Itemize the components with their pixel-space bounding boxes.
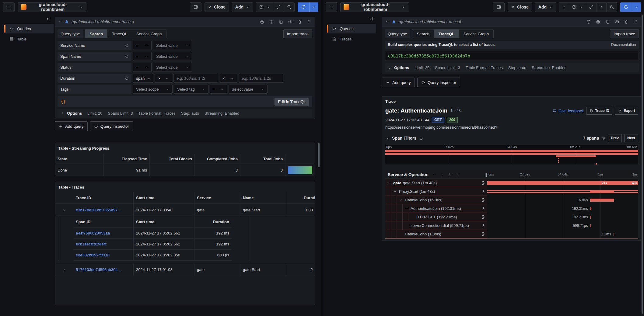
chevron-down-icon[interactable]: [55, 204, 73, 216]
chevron-down-icon[interactable]: [387, 181, 392, 185]
span-filters-label[interactable]: Span Filters: [392, 136, 416, 141]
column-header[interactable]: State: [55, 154, 103, 164]
edit-in-traceql-button[interactable]: Edit in TraceQL: [275, 98, 309, 106]
span-name-cell[interactable]: HandleConn (1.3ms): [385, 230, 487, 238]
add-query-button[interactable]: Add query: [55, 121, 88, 131]
close-split-button[interactable]: Close: [508, 2, 532, 12]
add-query-button[interactable]: Add query: [382, 78, 415, 87]
eye-icon[interactable]: [614, 19, 619, 24]
close-split-button[interactable]: Close: [205, 2, 229, 12]
span-track[interactable]: 1.3ms: [487, 230, 638, 238]
import-trace-button[interactable]: Import trace: [283, 29, 312, 38]
chevron-down-icon[interactable]: [393, 189, 397, 193]
tags-value-select[interactable]: Select value: [229, 85, 268, 94]
span-name-cell[interactable]: HTTP GET (192.21ms): [385, 213, 487, 221]
datasource-picker[interactable]: grafanacloud-robinbraem: [18, 2, 86, 12]
span-duration-bar[interactable]: [590, 199, 614, 202]
trace-id-link[interactable]: 5176103de7d596ab304...: [73, 263, 133, 276]
chevron-down-icon[interactable]: [432, 172, 436, 176]
tab-search[interactable]: Search: [85, 30, 107, 38]
span-row[interactable]: gategate.Start (1m 48s)21s48s: [385, 179, 638, 187]
column-header[interactable]: Duration: [194, 216, 232, 228]
span-logs-icon[interactable]: [480, 198, 485, 202]
duration-span-select[interactable]: span: [133, 74, 153, 83]
span-logs-icon[interactable]: [480, 207, 485, 210]
trace-row-expanded[interactable]: e3b17be300d57355a97... 2024-11-27 17:03:…: [55, 204, 315, 216]
trace-row-collapsed[interactable]: 5176103de7d596ab304... 2024-11-27 17:01:…: [55, 263, 315, 276]
copy-icon[interactable]: [605, 19, 610, 24]
span-logs-icon[interactable]: [480, 224, 485, 227]
sidebar-item-queries[interactable]: Queries: [327, 24, 376, 33]
menu-button[interactable]: [326, 2, 337, 12]
help-icon[interactable]: [260, 19, 264, 24]
trash-icon[interactable]: [624, 19, 629, 24]
info-icon[interactable]: [601, 136, 605, 140]
split-pane-button[interactable]: [190, 2, 201, 12]
next-span-button[interactable]: Next: [624, 134, 638, 142]
collapse-sidebar-button[interactable]: [369, 16, 374, 21]
span-id-link[interactable]: a4af7580028053aa: [73, 228, 133, 239]
drag-handle-icon[interactable]: [307, 19, 312, 24]
sidebar-item-queries[interactable]: Queries: [4, 24, 54, 33]
query-inspector-button[interactable]: Query inspector: [90, 121, 133, 131]
status-value-select[interactable]: Select value: [153, 63, 192, 72]
zoom-out-button[interactable]: [284, 3, 294, 12]
column-header[interactable]: Name: [240, 192, 287, 203]
span-logs-icon[interactable]: [480, 215, 485, 219]
span-id-link[interactable]: ede332b6b575f110: [73, 250, 133, 261]
sidebar-item-table[interactable]: Table: [4, 34, 54, 44]
scrollbar-thumb[interactable]: [318, 143, 320, 167]
span-duration-bar[interactable]: [614, 233, 614, 236]
column-header[interactable]: Elapsed Time: [103, 154, 149, 164]
run-query-button[interactable]: [298, 2, 318, 12]
query-row-header[interactable]: A (grafanacloud-robinbraemer-traces): [55, 17, 315, 27]
span-row[interactable]: AuthenticateJoin (192.31ms)192.31ms: [385, 204, 638, 213]
tab-service-graph[interactable]: Service Graph: [459, 30, 493, 38]
span-name-cell[interactable]: serverConnection.dial (599.71µs): [385, 221, 487, 230]
span-duration-bar[interactable]: [487, 181, 638, 185]
options-row[interactable]: Options Limit: 20 Spans Limit: 3 Table F…: [58, 109, 312, 117]
chevron-down-icon[interactable]: [58, 20, 62, 24]
span-row[interactable]: HandleConn (16.86s)16.86s: [385, 196, 638, 204]
span-name-value-select[interactable]: Select value: [153, 52, 192, 61]
chevron-down-icon[interactable]: [404, 207, 409, 210]
chevron-down-icon[interactable]: [385, 20, 389, 24]
column-header[interactable]: Duration: [287, 192, 315, 203]
query-row-header[interactable]: A (grafanacloud-robinbraemer-traces): [382, 17, 641, 27]
traceql-query-input[interactable]: e3b17be300d57355a973c56133624b7b: [385, 51, 639, 61]
span-name-cell[interactable]: gategate.Start (1m 48s): [385, 179, 487, 187]
span-row[interactable]: HTTP GET (192.21ms)192.21ms: [385, 213, 638, 221]
column-header[interactable]: Completed Jobs: [194, 154, 240, 164]
add-button[interactable]: Add: [232, 2, 253, 12]
span-name-operator-select[interactable]: =: [133, 52, 152, 61]
shift-time-forward-button[interactable]: [597, 3, 606, 12]
double-chevron-down-icon[interactable]: [448, 172, 452, 176]
span-logs-icon[interactable]: [480, 181, 485, 185]
sidebar-item-traces[interactable]: Traces: [327, 34, 376, 44]
query-inspector-button[interactable]: Query inspector: [417, 78, 460, 87]
trace-id-link[interactable]: e3b17be300d57355a97...: [73, 204, 133, 216]
copy-icon[interactable]: [278, 19, 283, 24]
column-header[interactable]: Service: [194, 192, 240, 203]
tab-traceql[interactable]: TraceQL: [434, 30, 459, 38]
datasource-picker[interactable]: grafanacloud-robinbraem: [340, 2, 409, 12]
options-row[interactable]: Options Limit: 20 Spans Limit: 3 Table F…: [385, 63, 639, 72]
drag-handle-icon[interactable]: [633, 19, 638, 24]
share-link-button[interactable]: [273, 3, 284, 12]
tags-scope-select[interactable]: Select scope: [133, 85, 173, 94]
help-icon[interactable]: [586, 19, 591, 24]
scrollbar-thumb[interactable]: [642, 15, 643, 314]
span-duration-bar[interactable]: [590, 216, 591, 219]
chevron-down-icon[interactable]: [399, 198, 403, 202]
column-header[interactable]: Start time: [133, 216, 194, 228]
column-header[interactable]: Start time: [133, 192, 194, 203]
tab-search[interactable]: Search: [412, 30, 434, 38]
trace-minimap[interactable]: 0µs 27.02s 54.04s 1m 21s 1m 48s: [385, 145, 638, 165]
shift-time-back-button[interactable]: [559, 3, 569, 12]
add-button[interactable]: Add: [535, 2, 556, 12]
import-trace-button[interactable]: Import trace: [610, 29, 639, 38]
tags-tag-select[interactable]: Select tag: [174, 85, 208, 94]
duration-lt-select[interactable]: <: [220, 74, 237, 83]
span-duration-bar[interactable]: [487, 190, 638, 193]
span-duration-bar[interactable]: [590, 207, 591, 210]
